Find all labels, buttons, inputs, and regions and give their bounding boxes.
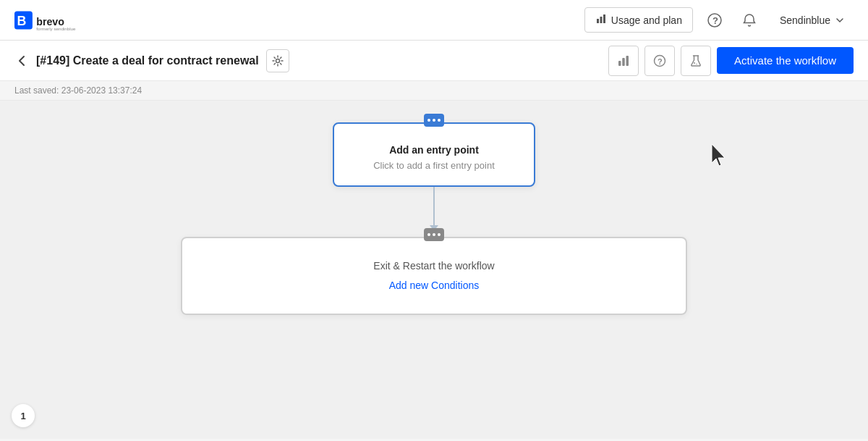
dot2: [433, 119, 435, 122]
svg-rect-11: [622, 58, 625, 66]
chevron-down-icon: [835, 15, 845, 25]
test-workflow-button[interactable]: [681, 46, 711, 76]
bar-chart-icon: [617, 54, 630, 67]
svg-point-16: [694, 62, 695, 64]
svg-rect-6: [603, 14, 605, 23]
arrow-left-icon: [14, 54, 29, 68]
cursor-pointer: [709, 143, 731, 172]
back-button[interactable]: [14, 54, 29, 68]
entry-point-card[interactable]: Add an entry point Click to add a first …: [333, 122, 535, 187]
help-button[interactable]: ?: [702, 7, 728, 33]
header-left: B brevo formerly sendinblue: [14, 9, 92, 32]
timestamp-bar: Last saved: 23-06-2023 13:37:24: [0, 81, 868, 101]
question-circle-icon: ?: [653, 54, 666, 67]
subheader-right: ? Activate the workflow: [608, 46, 854, 76]
exit-dot2: [433, 233, 435, 236]
connector-section: [430, 187, 438, 231]
svg-point-9: [276, 59, 279, 62]
svg-point-17: [696, 63, 697, 64]
exit-dot1: [427, 233, 430, 236]
question-mark-icon: ?: [707, 13, 722, 28]
help-workflow-button[interactable]: ?: [644, 46, 675, 76]
entry-card-title: Add an entry point: [349, 144, 519, 156]
workflow-settings-button[interactable]: [266, 49, 289, 72]
brevo-logo: B brevo formerly sendinblue: [14, 9, 92, 32]
add-conditions-button[interactable]: Add new Conditions: [389, 280, 480, 291]
usage-plan-icon: [595, 13, 607, 27]
exit-card-title: Exit & Restart the workflow: [197, 260, 671, 272]
exit-restart-card[interactable]: Exit & Restart the workflow Add new Cond…: [181, 237, 687, 315]
subheader-left: [#149] Create a deal for contract renewa…: [14, 49, 289, 72]
svg-text:?: ?: [712, 15, 718, 26]
svg-text:B: B: [17, 14, 27, 28]
entry-point-section: Add an entry point Click to add a first …: [333, 122, 535, 187]
exit-card-section: Exit & Restart the workflow Add new Cond…: [181, 237, 687, 315]
usage-plan-label: Usage and plan: [611, 14, 682, 26]
svg-rect-12: [626, 56, 629, 66]
dot1: [427, 119, 430, 122]
last-saved-timestamp: Last saved: 23-06-2023 13:37:24: [14, 85, 142, 96]
workflow-canvas[interactable]: Add an entry point Click to add a first …: [0, 101, 868, 439]
analytics-button[interactable]: [608, 46, 639, 76]
user-label: Sendinblue: [780, 14, 830, 26]
page-title: [#149] Create a deal for contract renewa…: [36, 54, 259, 67]
header: B brevo formerly sendinblue Usage and pl…: [0, 0, 868, 41]
page-number-badge: 1: [12, 404, 35, 427]
exit-dot3: [438, 233, 441, 236]
svg-rect-4: [597, 19, 599, 23]
dot3: [438, 119, 441, 122]
activate-workflow-button[interactable]: Activate the workflow: [717, 47, 854, 74]
svg-rect-10: [618, 61, 621, 66]
gear-icon: [272, 55, 284, 67]
subheader: [#149] Create a deal for contract renewa…: [0, 41, 868, 81]
connector-line: [433, 187, 435, 227]
usage-plan-button[interactable]: Usage and plan: [584, 7, 693, 33]
user-menu-button[interactable]: Sendinblue: [771, 9, 854, 31]
header-right: Usage and plan ? Sendinblue: [584, 7, 854, 33]
entry-card-menu[interactable]: [424, 114, 444, 127]
bell-icon: [742, 13, 757, 28]
flask-icon: [689, 54, 702, 67]
svg-rect-5: [600, 17, 602, 23]
notification-button[interactable]: [736, 7, 762, 33]
svg-text:formerly sendinblue: formerly sendinblue: [36, 26, 76, 31]
exit-card-menu[interactable]: [424, 228, 444, 241]
entry-card-subtitle: Click to add a first entry point: [349, 160, 519, 171]
svg-text:?: ?: [658, 57, 663, 66]
